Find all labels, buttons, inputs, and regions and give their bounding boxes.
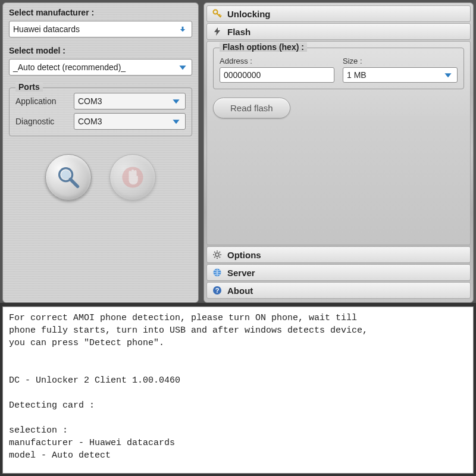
- stop-button: [109, 154, 156, 201]
- tab-options-label: Options: [227, 250, 261, 260]
- svg-line-17: [214, 257, 215, 258]
- search-icon: [55, 164, 82, 190]
- tab-unlocking[interactable]: Unlocking: [206, 5, 471, 22]
- tab-about[interactable]: ? About: [206, 282, 471, 299]
- address-label: Address :: [220, 57, 334, 65]
- svg-line-15: [214, 252, 215, 253]
- help-icon: ?: [212, 285, 223, 296]
- gear-icon: [212, 249, 223, 260]
- svg-line-5: [70, 179, 77, 186]
- manufacturer-label: Select manufacturer :: [9, 8, 192, 17]
- chevron-down-icon: [171, 96, 181, 107]
- diagnostic-port-label: Diagnostic: [15, 117, 69, 126]
- diagnostic-port-value: COM3: [78, 117, 171, 126]
- ports-title: Ports: [15, 82, 43, 92]
- flash-panel: Flash options (hex) : Address : Size : 1…: [206, 41, 471, 245]
- application-port-value: COM3: [78, 96, 171, 106]
- log-output[interactable]: For correct AMOI phone detection, please…: [2, 306, 474, 474]
- address-input[interactable]: [220, 67, 334, 83]
- chevron-down-icon: [443, 70, 453, 80]
- size-combo[interactable]: 1 MB: [343, 67, 458, 83]
- size-label: Size :: [343, 57, 458, 65]
- svg-marker-0: [179, 65, 186, 70]
- model-combo[interactable]: _Auto detect (recommended)_: [9, 59, 192, 76]
- model-label: Select model :: [9, 46, 192, 55]
- tab-options[interactable]: Options: [206, 246, 471, 263]
- manufacturer-value: Huawei datacards: [13, 24, 177, 34]
- application-port-label: Application: [15, 96, 69, 106]
- size-value: 1 MB: [347, 70, 443, 80]
- svg-marker-8: [214, 27, 220, 36]
- svg-text:?: ?: [215, 287, 220, 294]
- device-selection-panel: Select manufacturer : Huawei datacards S…: [2, 2, 199, 303]
- svg-marker-2: [173, 120, 179, 124]
- bolt-icon: [212, 26, 223, 37]
- tab-flash-label: Flash: [227, 27, 250, 37]
- tab-about-label: About: [227, 286, 253, 296]
- key-icon: [212, 8, 223, 19]
- svg-line-18: [220, 252, 221, 253]
- flash-options-group: Flash options (hex) : Address : Size : 1…: [213, 48, 464, 89]
- tab-unlocking-label: Unlocking: [227, 9, 271, 19]
- tab-server-label: Server: [227, 268, 255, 278]
- flash-options-title: Flash options (hex) :: [220, 42, 307, 52]
- chevron-down-icon: [177, 62, 188, 73]
- application-port-combo[interactable]: COM3: [74, 93, 186, 109]
- operations-panel: Unlocking Flash Flash options (hex) : Ad…: [203, 2, 474, 303]
- log-text: For correct AMOI phone detection, please…: [9, 313, 368, 474]
- svg-point-4: [61, 170, 70, 179]
- detect-button[interactable]: [45, 154, 92, 201]
- model-value: _Auto detect (recommended)_: [13, 62, 177, 72]
- chevron-down-icon: [171, 116, 181, 127]
- svg-point-10: [215, 253, 219, 256]
- tab-flash[interactable]: Flash: [206, 23, 471, 40]
- globe-icon: [212, 267, 223, 278]
- manufacturer-combo[interactable]: Huawei datacards: [9, 21, 192, 37]
- diagnostic-port-combo[interactable]: COM3: [74, 113, 186, 130]
- svg-marker-1: [173, 99, 179, 104]
- read-flash-button[interactable]: Read flash: [213, 98, 290, 118]
- svg-marker-9: [444, 73, 451, 77]
- ports-group: Ports Application COM3 Diagnostic COM3: [9, 87, 192, 136]
- stop-hand-icon: [120, 164, 146, 190]
- chevron-down-icon: [177, 24, 188, 35]
- svg-line-16: [220, 257, 221, 258]
- tab-server[interactable]: Server: [206, 264, 471, 281]
